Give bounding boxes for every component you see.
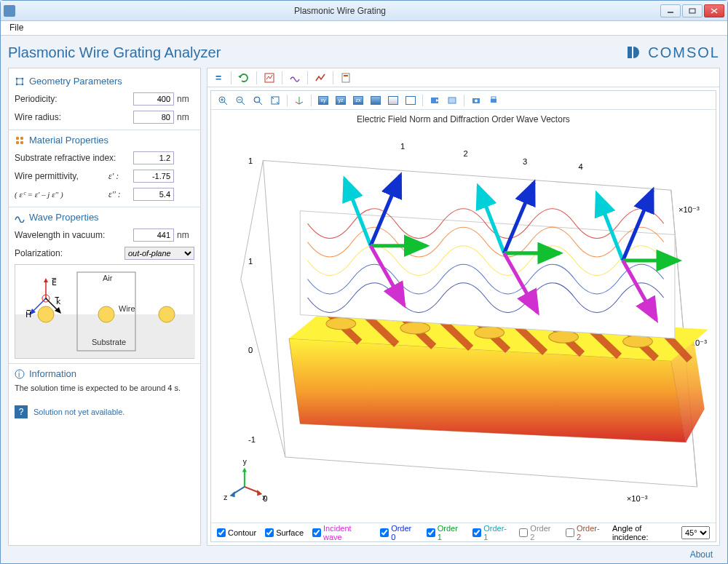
window-title: Plasmonic Wire Grating	[20, 6, 660, 16]
transparency-icon[interactable]	[445, 93, 459, 108]
axes-3d-icon[interactable]	[292, 93, 306, 108]
svg-text:k̅: k̅	[55, 297, 61, 306]
menu-file[interactable]: File	[5, 21, 28, 34]
plot-area[interactable]: Electric Field Norm and Diffraction Orde…	[211, 110, 716, 523]
svg-point-94	[549, 331, 579, 343]
wavelength-label: Wavelength in vacuum:	[15, 230, 133, 240]
svg-line-44	[242, 102, 245, 105]
svg-text:E̅: E̅	[52, 278, 57, 287]
footer: About	[8, 546, 720, 560]
about-link[interactable]: About	[690, 549, 713, 560]
menu-bar: File	[1, 21, 727, 36]
zoom-in-icon[interactable]	[215, 93, 230, 108]
svg-rect-48	[255, 98, 259, 102]
geometry-heading: Geometry Parameters	[15, 76, 194, 87]
view-lights-icon[interactable]	[386, 93, 400, 108]
periodicity-unit: nm	[174, 94, 194, 104]
report-icon[interactable]	[338, 70, 354, 86]
polarization-row: Polarization: out-of-plane	[15, 245, 194, 261]
legend-order-2[interactable]: Order-2	[566, 524, 604, 541]
legend-bar: Contour Surface Incident wave Order 0 Or…	[211, 523, 716, 541]
svg-point-8	[16, 83, 18, 85]
periodicity-input[interactable]	[133, 92, 174, 106]
svg-line-54	[299, 102, 303, 104]
polarization-select[interactable]: out-of-plane	[124, 247, 194, 260]
svg-point-95	[623, 335, 653, 347]
app-system-icon	[4, 5, 15, 17]
plot-toolbar: xy yz zx	[211, 91, 716, 110]
svg-text:Air: Air	[103, 274, 113, 282]
refresh-icon[interactable]	[236, 70, 252, 86]
wavelength-unit: nm	[174, 230, 194, 240]
svg-marker-20	[44, 278, 48, 282]
plot-panel: =	[207, 68, 720, 546]
angle-label: Angle of incidence:	[612, 524, 678, 541]
material-heading-text: Material Properties	[29, 135, 108, 146]
svg-rect-61	[491, 97, 496, 99]
plot-field-icon[interactable]	[261, 70, 277, 86]
substrate-input[interactable]	[133, 151, 174, 164]
svg-text:H̅: H̅	[25, 310, 31, 319]
scene-light-icon[interactable]	[427, 93, 442, 108]
info-status: ? Solution not yet available.	[15, 405, 194, 418]
svg-point-92	[400, 322, 430, 334]
legend-order-1[interactable]: Order-1	[472, 524, 510, 541]
perm-real-row: Wire permittivity, ε' :	[15, 168, 194, 184]
geometry-icon	[15, 76, 25, 87]
legend-contour[interactable]: Contour	[217, 528, 256, 537]
legend-incident[interactable]: Incident wave	[312, 524, 371, 541]
perm-label: Wire permittivity,	[15, 171, 108, 181]
svg-rect-4	[628, 47, 632, 58]
minimize-button[interactable]	[660, 4, 681, 17]
wavelength-input[interactable]	[133, 229, 174, 242]
svg-point-16	[38, 306, 54, 322]
radius-input[interactable]	[133, 111, 174, 124]
svg-text:2: 2	[464, 149, 468, 158]
svg-text:1: 1	[400, 142, 405, 151]
svg-line-47	[259, 102, 262, 105]
svg-point-10	[16, 136, 19, 139]
view-zx-icon[interactable]: zx	[351, 93, 365, 108]
perm-real-input[interactable]	[133, 170, 174, 183]
view-yz-icon[interactable]: yz	[333, 93, 348, 108]
svg-point-7	[22, 77, 24, 79]
snapshot-icon[interactable]	[469, 93, 483, 108]
zoom-extents-icon[interactable]	[268, 93, 282, 108]
zoom-box-icon[interactable]	[250, 93, 265, 108]
view-xy-icon[interactable]: xy	[316, 93, 331, 108]
wave-icon	[15, 213, 25, 223]
info-heading: i Information	[15, 368, 194, 379]
legend-surface[interactable]: Surface	[265, 528, 304, 537]
minimize-icon	[667, 8, 674, 14]
legend-order0[interactable]: Order 0	[380, 524, 418, 541]
svg-point-17	[98, 306, 114, 322]
material-icon	[15, 135, 25, 146]
svg-text:1: 1	[248, 257, 253, 266]
maximize-button[interactable]	[682, 4, 703, 17]
perm-imag-label: ε'' :	[108, 189, 133, 200]
angle-select[interactable]: 45°	[681, 526, 710, 539]
perm-imag-input[interactable]	[133, 188, 174, 201]
geometry-diagram: E̅ H̅ k̅ Air Wire Substrate	[15, 264, 194, 359]
zoom-out-icon[interactable]	[233, 93, 248, 108]
svg-point-6	[16, 77, 18, 79]
view-default-icon[interactable]	[368, 93, 383, 108]
view-grid-icon[interactable]	[403, 93, 418, 108]
plot-wave-icon[interactable]	[287, 70, 303, 86]
legend-order1[interactable]: Order 1	[427, 524, 464, 541]
info-icon: i	[15, 369, 25, 379]
svg-text:×10⁻³: ×10⁻³	[627, 494, 648, 503]
status-question-icon[interactable]: ?	[15, 405, 28, 418]
perm-eq: ( εᶜ = ε' – j ε'' )	[15, 190, 108, 199]
compute-button[interactable]: =	[210, 70, 226, 86]
plot-line-icon[interactable]	[312, 70, 328, 86]
svg-rect-38	[344, 75, 348, 76]
svg-text:Wire: Wire	[119, 304, 135, 313]
svg-text:3: 3	[523, 157, 527, 166]
main-layout: Geometry Parameters Periodicity: nm Wire…	[8, 68, 720, 546]
close-button[interactable]	[704, 4, 724, 17]
print-icon[interactable]	[486, 93, 501, 108]
close-icon	[711, 8, 718, 14]
legend-order2[interactable]: Order 2	[519, 524, 557, 541]
radius-label: Wire radius:	[15, 112, 133, 122]
